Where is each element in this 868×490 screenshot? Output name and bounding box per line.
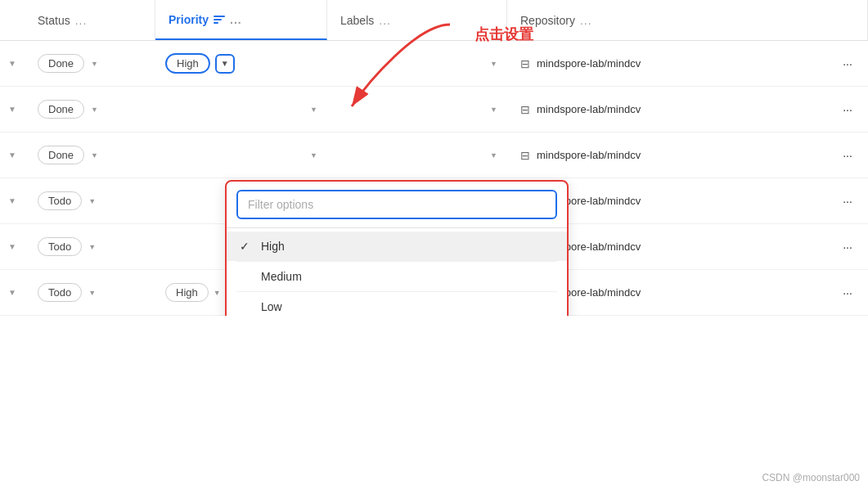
status-badge[interactable]: Todo xyxy=(38,191,82,210)
status-dropdown-icon[interactable]: ▼ xyxy=(88,197,96,205)
status-cell: Todo ▼ xyxy=(25,283,155,302)
table-body: ▼ Done ▼ High ▼ ▼ ⊟ mindspore-lab/mindcv… xyxy=(0,41,868,316)
priority-option-low[interactable]: Low xyxy=(227,292,567,316)
row-more-button[interactable]: ··· xyxy=(827,241,868,254)
labels-cell: ▼ xyxy=(327,151,507,160)
status-badge[interactable]: Done xyxy=(38,54,84,73)
priority-cell: ▼ xyxy=(155,106,327,114)
more-dots-icon: ··· xyxy=(843,149,852,162)
repository-cell: ⊟ mindspore-lab/mindcv xyxy=(507,103,827,116)
repository-cell: ⊟ mindspore-lab/mindcv xyxy=(507,149,827,162)
repo-name: mindspore-lab/mindcv xyxy=(537,57,641,70)
priority-dropdown-panel: ✓ High Medium Low xyxy=(225,180,569,316)
chevron-down-icon: ▼ xyxy=(8,59,16,68)
column-header-row: Status ... Priority ... Labels ... Repos… xyxy=(0,0,868,41)
option-label-high: High xyxy=(261,240,285,253)
repository-cell: ⊟ mindspore-lab/mindcv xyxy=(507,57,827,70)
chevron-down-icon: ▼ xyxy=(8,288,16,297)
priority-option-medium[interactable]: Medium xyxy=(227,262,567,291)
status-dropdown-icon[interactable]: ▼ xyxy=(91,60,98,68)
more-dots-icon: ··· xyxy=(843,195,852,208)
row-more-button[interactable]: ··· xyxy=(827,286,868,299)
row-more-button[interactable]: ··· xyxy=(827,195,868,208)
labels-dropdown-icon[interactable]: ▼ xyxy=(490,151,497,160)
dropdown-options-list: ✓ High Medium Low xyxy=(227,228,567,316)
priority-badge[interactable]: High xyxy=(165,283,209,302)
dropdown-filter-input[interactable] xyxy=(236,190,557,219)
row-expand-chevron[interactable]: ▼ xyxy=(0,151,25,160)
labels-column-header[interactable]: Labels ... xyxy=(327,0,507,40)
priority-column-header[interactable]: Priority ... xyxy=(155,0,327,40)
repo-name: mindspore-lab/mindcv xyxy=(537,149,641,161)
table-row: ▼ Done ▼ ▼ ▼ ⊟ mindspore-lab/mindcv ··· xyxy=(0,87,868,133)
row-expand-chevron[interactable]: ▼ xyxy=(0,196,25,205)
status-dropdown-icon[interactable]: ▼ xyxy=(91,151,98,160)
table-row: ▼ Done ▼ High ▼ ▼ ⊟ mindspore-lab/mindcv… xyxy=(0,41,868,87)
status-cell: Done ▼ xyxy=(25,54,155,73)
repository-header-dots[interactable]: ... xyxy=(580,14,592,27)
repo-icon: ⊟ xyxy=(520,103,530,116)
priority-filter-icon[interactable] xyxy=(214,15,225,25)
status-badge[interactable]: Done xyxy=(38,100,84,119)
repo-name: mindspore-lab/mindcv xyxy=(537,103,641,115)
status-dropdown-icon[interactable]: ▼ xyxy=(91,106,98,114)
more-dots-icon: ··· xyxy=(843,241,852,254)
status-cell: Done ▼ xyxy=(25,146,155,164)
repo-icon: ⊟ xyxy=(520,149,530,162)
chevron-down-icon: ▼ xyxy=(8,196,16,205)
checkmark-icon: ✓ xyxy=(240,240,253,253)
chevron-down-icon: ▼ xyxy=(8,105,16,114)
more-dots-icon: ··· xyxy=(843,57,852,70)
status-cell: Done ▼ xyxy=(25,100,155,119)
more-dots-icon: ··· xyxy=(843,286,852,299)
priority-header-dots[interactable]: ... xyxy=(230,13,242,26)
priority-badge-active[interactable]: High xyxy=(165,53,210,74)
status-badge[interactable]: Todo xyxy=(38,283,82,302)
priority-header-label: Priority xyxy=(169,13,209,26)
priority-dropdown-icon[interactable]: ▼ xyxy=(310,151,317,160)
status-column-header[interactable]: Status ... xyxy=(25,0,155,40)
status-badge[interactable]: Done xyxy=(38,146,84,164)
status-dropdown-icon[interactable]: ▼ xyxy=(88,289,96,297)
repository-header-label: Repository xyxy=(520,14,575,27)
repository-column-header[interactable]: Repository ... xyxy=(507,0,868,40)
priority-cell: ▼ xyxy=(155,151,327,160)
status-header-label: Status xyxy=(38,14,70,27)
row-more-button[interactable]: ··· xyxy=(827,57,868,70)
row-expand-chevron[interactable]: ▼ xyxy=(0,288,25,297)
priority-dropdown-button[interactable]: ▼ xyxy=(215,54,235,74)
labels-dropdown-icon[interactable]: ▼ xyxy=(490,106,497,114)
row-more-button[interactable]: ··· xyxy=(827,103,868,116)
status-cell: Todo ▼ xyxy=(25,237,155,256)
status-header-dots[interactable]: ... xyxy=(75,14,88,27)
labels-dropdown-icon[interactable]: ▼ xyxy=(490,60,497,68)
status-cell: Todo ▼ xyxy=(25,191,155,210)
labels-cell: ▼ xyxy=(327,106,507,114)
priority-dropdown-icon[interactable]: ▼ xyxy=(310,106,317,114)
priority-dropdown-icon[interactable]: ▼ xyxy=(214,289,221,297)
table-row: ▼ Done ▼ ▼ ▼ ⊟ mindspore-lab/mindcv ··· xyxy=(0,133,868,178)
row-expand-chevron[interactable]: ▼ xyxy=(0,242,25,251)
repo-icon: ⊟ xyxy=(520,57,530,70)
chevron-down-icon: ▼ xyxy=(8,151,16,160)
status-badge[interactable]: Todo xyxy=(38,237,82,256)
more-dots-icon: ··· xyxy=(843,103,852,116)
priority-option-high[interactable]: ✓ High xyxy=(227,232,567,261)
row-expand-chevron[interactable]: ▼ xyxy=(0,105,25,114)
priority-cell: High ▼ xyxy=(155,53,327,74)
labels-header-label: Labels xyxy=(340,14,374,27)
option-label-medium: Medium xyxy=(261,270,302,283)
labels-header-dots[interactable]: ... xyxy=(379,14,391,27)
row-more-button[interactable]: ··· xyxy=(827,149,868,162)
labels-cell: ▼ xyxy=(327,60,507,68)
option-label-low: Low xyxy=(261,300,282,313)
dropdown-search-area xyxy=(227,182,567,228)
status-dropdown-icon[interactable]: ▼ xyxy=(88,243,96,251)
chevron-down-icon: ▼ xyxy=(8,242,16,251)
row-expand-chevron[interactable]: ▼ xyxy=(0,59,25,68)
